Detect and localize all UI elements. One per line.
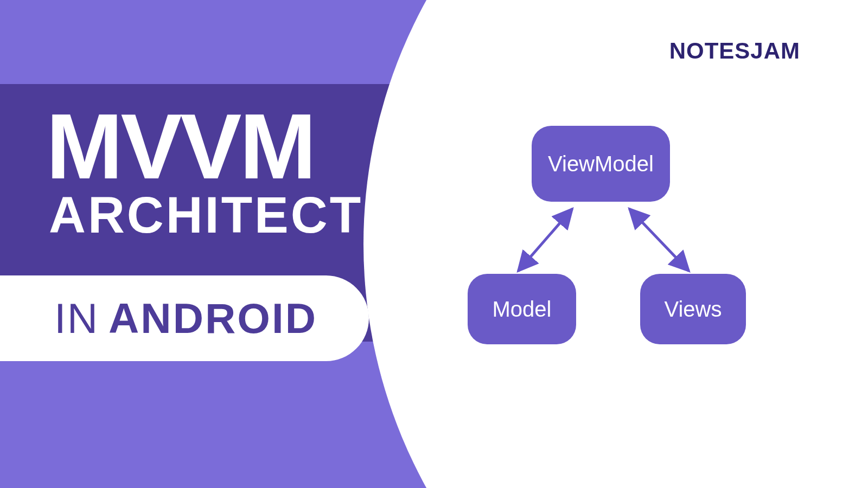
title-line-2: ARCHITECTURE	[49, 190, 477, 241]
diagram-node-model: Model	[468, 274, 576, 344]
subtitle-prefix: IN	[54, 294, 99, 343]
title-line-1: MVVM	[46, 100, 314, 192]
slide-canvas: NOTESJAM MVVM ARCHITECTURE IN ANDROID Vi…	[0, 0, 868, 488]
subtitle-main: ANDROID	[108, 294, 317, 343]
diagram-node-views: Views	[640, 274, 746, 344]
brand-label: NOTESJAM	[669, 38, 800, 64]
white-circle-bg	[363, 0, 868, 488]
diagram-node-viewmodel: ViewModel	[532, 126, 670, 202]
subtitle-pill: IN ANDROID	[0, 275, 369, 361]
